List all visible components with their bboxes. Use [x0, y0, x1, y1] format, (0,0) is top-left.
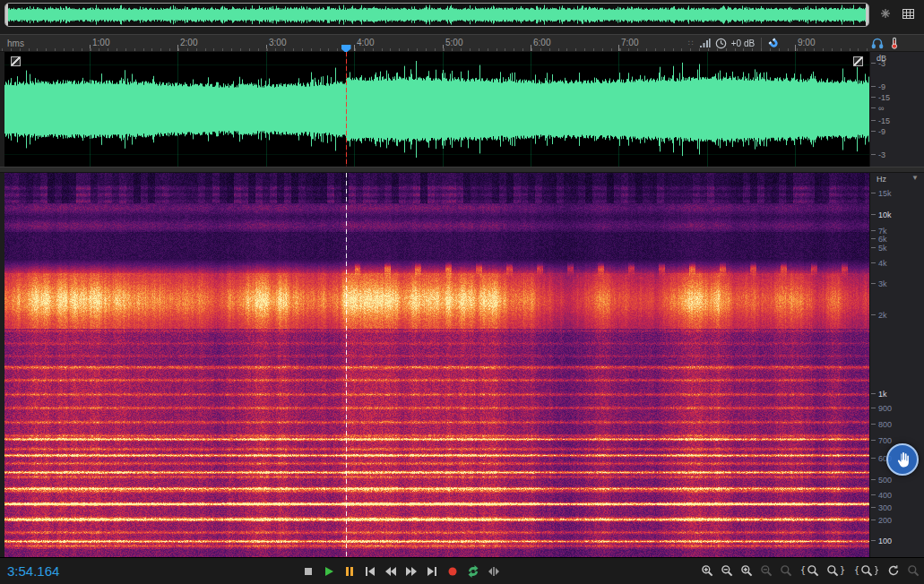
ruler-label: -3: [878, 151, 885, 159]
timeline-label: 5:00: [445, 38, 462, 47]
ruler-label: -3: [878, 60, 885, 67]
amplitude-ruler[interactable]: dB -3-9-15∞-15-9-3: [869, 52, 924, 167]
skip-selection-button[interactable]: [487, 564, 501, 579]
transport-controls: [301, 564, 501, 579]
mouse-cursor-hand-icon: [886, 443, 919, 476]
ruler-label: ∞: [878, 105, 884, 112]
grid-icon[interactable]: [902, 9, 914, 19]
ruler-label: 1k: [878, 391, 887, 398]
audio-editor-window: hms 1:002:003:004:005:006:007:009:00 ∷ +…: [0, 0, 924, 584]
ruler-label: -15: [878, 117, 890, 125]
timeline-ruler[interactable]: hms 1:002:003:004:005:006:007:009:00 ∷ +…: [0, 34, 924, 52]
status-bar: 3:54.164 {}{}: [0, 557, 924, 584]
ruler-label: 300: [878, 504, 892, 511]
zoom-to-selection-button[interactable]: {}: [853, 564, 880, 577]
clock-icon[interactable]: [715, 38, 727, 49]
stop-button[interactable]: [301, 564, 315, 579]
record-button[interactable]: [445, 564, 460, 579]
playhead-line-waveform[interactable]: [346, 52, 347, 167]
ruler-label: 4k: [878, 260, 887, 267]
timeline-label: 3:00: [269, 38, 286, 47]
ruler-label: -15: [878, 94, 890, 101]
spectrogram-canvas[interactable]: [4, 173, 869, 557]
asterisk-icon[interactable]: [880, 8, 891, 19]
panel-corner-icon[interactable]: [853, 56, 863, 66]
zoom-out-button[interactable]: [721, 564, 733, 577]
zoom-in-button[interactable]: [701, 564, 713, 577]
ruler-label: 6k: [878, 236, 887, 243]
headphones-icon[interactable]: [870, 35, 885, 50]
zoom-out-amplitude-button[interactable]: [760, 564, 773, 577]
hud-gain-label[interactable]: +0 dB: [731, 39, 755, 48]
panel-corner-icon[interactable]: [11, 56, 21, 66]
spectral-display-panel[interactable]: [4, 173, 869, 557]
rewind-button[interactable]: [384, 564, 398, 579]
ruler-label: 400: [878, 492, 892, 499]
timeline-hud: ∷ +0 dB: [688, 35, 780, 51]
zoom-in-right-edge-button[interactable]: }: [826, 564, 846, 577]
play-button[interactable]: [322, 564, 336, 579]
zoom-toolbar: {}{}: [701, 564, 920, 577]
skip-to-start-button[interactable]: [363, 564, 377, 579]
ruler-label: 700: [878, 437, 892, 444]
timeline-label: 9:00: [798, 38, 815, 47]
overview-navigator[interactable]: [4, 3, 869, 27]
frequency-ruler[interactable]: Hz ▼ 15k10k7k6k5k4k3k2k1k900800700600500…: [869, 173, 924, 557]
playhead-line-spectral[interactable]: [346, 173, 347, 557]
waveform-canvas[interactable]: [4, 52, 869, 167]
ruler-label: 15k: [878, 190, 892, 197]
timeline-label: 7:00: [621, 38, 638, 47]
chevron-down-icon[interactable]: ▼: [911, 174, 919, 182]
frequency-ruler-title: Hz: [877, 175, 886, 184]
timeline-label: 2:00: [180, 38, 197, 47]
ruler-label: 800: [878, 421, 892, 428]
navigator-left-handle[interactable]: [5, 4, 8, 26]
loop-playback-button[interactable]: [466, 564, 480, 579]
ruler-label: 2k: [878, 312, 887, 319]
ruler-label: 100: [878, 537, 892, 545]
ruler-label: 5k: [878, 245, 887, 252]
zoom-full-button[interactable]: [907, 564, 920, 577]
zoom-reset-button[interactable]: [887, 564, 900, 577]
drag-dots-icon[interactable]: ∷: [688, 39, 695, 47]
overview-waveform-canvas[interactable]: [7, 4, 867, 25]
current-time-display[interactable]: 3:54.164: [7, 563, 59, 579]
ruler-label: 200: [878, 517, 892, 524]
ruler-label: 900: [878, 405, 892, 412]
ruler-label: 10k: [878, 211, 892, 219]
skip-to-end-button[interactable]: [425, 564, 439, 579]
panel-divider[interactable]: ···········: [0, 167, 924, 173]
zoom-in-amplitude-button[interactable]: [740, 564, 753, 577]
ruler-label: -9: [878, 128, 885, 135]
level-meter-icon[interactable]: [699, 38, 711, 48]
timeline-label: 6:00: [533, 38, 550, 47]
fast-forward-button[interactable]: [404, 564, 419, 579]
zoom-to-selection-full-button[interactable]: [780, 564, 792, 577]
ruler-label: 500: [878, 477, 892, 484]
timeline-label: 1:00: [92, 38, 109, 47]
pause-button[interactable]: [342, 564, 357, 579]
waveform-panel[interactable]: [4, 52, 869, 167]
navigator-right-handle[interactable]: [866, 4, 868, 26]
ruler-label: -9: [878, 83, 885, 90]
zoom-in-left-edge-button[interactable]: {: [799, 564, 819, 577]
timeline-unit-label: hms: [7, 39, 24, 48]
ruler-label: 3k: [878, 280, 887, 288]
hud-separator: [761, 38, 762, 48]
ruler-label: 7k: [878, 228, 887, 235]
magnet-snap-icon[interactable]: [765, 35, 782, 51]
thermometer-icon[interactable]: [887, 35, 902, 50]
timeline-label: 4:00: [357, 38, 374, 47]
